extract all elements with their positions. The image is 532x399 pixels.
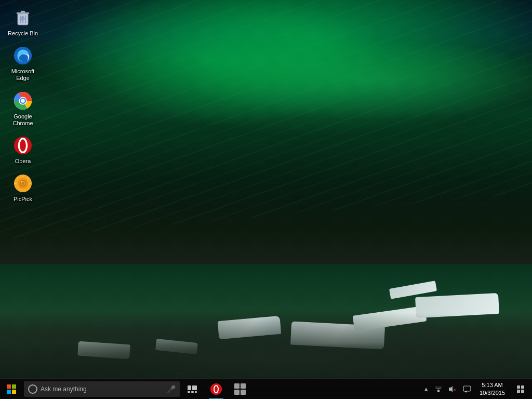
- svg-point-11: [21, 99, 25, 103]
- desktop: ♻ Recycle Bin Microsoft Edge: [0, 0, 532, 399]
- svg-rect-44: [521, 385, 524, 389]
- picpick-icon-image: [12, 173, 33, 194]
- picpick-label: PicPick: [14, 196, 32, 203]
- chrome-label: Google Chrome: [6, 113, 39, 127]
- svg-text:✕: ✕: [453, 388, 456, 392]
- svg-rect-29: [188, 385, 191, 390]
- desktop-icons: ♻ Recycle Bin Microsoft Edge: [4, 4, 42, 206]
- svg-rect-37: [436, 388, 441, 389]
- cortana-icon: [28, 384, 37, 394]
- taskbar-pinned: [205, 379, 251, 400]
- opera-icon-image: [12, 135, 33, 156]
- svg-rect-2: [21, 11, 25, 13]
- clock-date: 10/3/2015: [480, 389, 505, 396]
- picpick-icon[interactable]: PicPick: [4, 170, 42, 206]
- notification-center-button[interactable]: [511, 379, 530, 400]
- recycle-bin-icon-image: ♻: [12, 7, 33, 28]
- tray-expand-button[interactable]: ▲: [421, 384, 431, 394]
- svg-rect-31: [188, 391, 190, 393]
- clock[interactable]: 5:13 AM 10/3/2015: [475, 379, 509, 400]
- recycle-bin-label: Recycle Bin: [8, 30, 38, 37]
- opera-taskbar-icon-img: [210, 383, 222, 395]
- svg-rect-41: [463, 386, 471, 391]
- recycle-bin-icon[interactable]: ♻ Recycle Bin: [4, 4, 42, 40]
- svg-marker-42: [465, 391, 467, 393]
- apps-grid-icon: [234, 383, 246, 395]
- chat-icon[interactable]: [461, 383, 473, 395]
- svg-point-19: [21, 181, 22, 183]
- clock-time: 5:13 AM: [482, 381, 502, 389]
- search-bar[interactable]: Ask me anything 🎤: [24, 381, 180, 397]
- system-tray: ▲ ✕: [421, 379, 532, 400]
- svg-text:♻: ♻: [20, 15, 25, 22]
- chrome-icon-image: [12, 90, 33, 111]
- wallpaper: [0, 0, 532, 399]
- taskbar-opera[interactable]: [205, 379, 228, 400]
- svg-rect-27: [7, 390, 11, 394]
- task-view-button[interactable]: [182, 379, 203, 400]
- svg-marker-39: [449, 386, 453, 392]
- microsoft-edge-icon[interactable]: Microsoft Edge: [4, 42, 42, 85]
- volume-icon[interactable]: ✕: [446, 383, 459, 395]
- svg-rect-38: [435, 387, 442, 388]
- edge-icon-image: [12, 45, 33, 66]
- svg-rect-25: [7, 384, 11, 389]
- svg-rect-32: [191, 391, 194, 393]
- search-placeholder: Ask me anything: [41, 385, 164, 393]
- svg-rect-36: [437, 390, 440, 392]
- svg-rect-28: [12, 390, 16, 394]
- svg-rect-43: [517, 385, 520, 389]
- svg-rect-30: [192, 385, 197, 390]
- svg-rect-33: [195, 391, 197, 393]
- opera-label: Opera: [15, 158, 31, 165]
- start-button[interactable]: [0, 379, 23, 400]
- taskbar: Ask me anything 🎤: [0, 378, 532, 399]
- svg-rect-45: [517, 390, 520, 393]
- edge-label: Microsoft Edge: [6, 68, 39, 82]
- microphone-icon: 🎤: [167, 385, 176, 393]
- svg-rect-26: [12, 384, 16, 389]
- google-chrome-icon[interactable]: Google Chrome: [4, 87, 42, 130]
- taskbar-apps[interactable]: [229, 379, 251, 400]
- network-icon[interactable]: [433, 383, 444, 395]
- svg-rect-46: [521, 390, 524, 393]
- opera-icon[interactable]: Opera: [4, 132, 42, 168]
